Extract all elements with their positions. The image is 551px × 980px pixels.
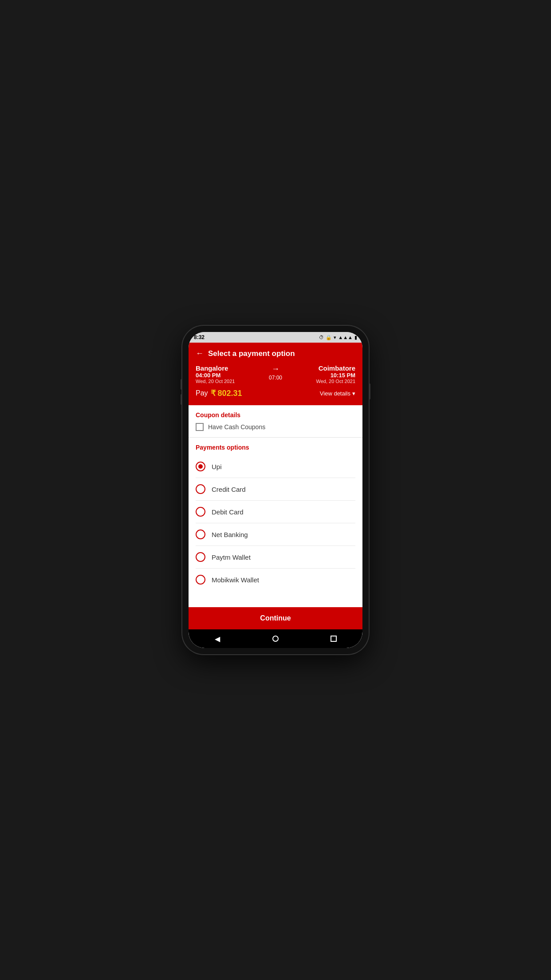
- payment-label-upi: Upi: [212, 463, 222, 470]
- back-button[interactable]: ←: [196, 349, 204, 358]
- page-title: Select a payment option: [208, 349, 295, 358]
- wifi-icon: ▾: [334, 335, 336, 340]
- from-date: Wed, 20 Oct 2021: [196, 379, 235, 384]
- pay-row: Pay ₹ 802.31 View details ▾: [196, 388, 355, 398]
- radio-credit-card: [196, 484, 205, 494]
- payment-section-title: Payments options: [196, 444, 355, 451]
- route-arrow-icon: →: [272, 364, 279, 374]
- coupon-checkbox-row[interactable]: Have Cash Coupons: [196, 423, 355, 431]
- nav-home-icon: [272, 636, 279, 642]
- to-time: 10:15 PM: [331, 372, 355, 379]
- payment-label-debit-card: Debit Card: [212, 508, 244, 516]
- payment-label-net-banking: Net Banking: [212, 531, 248, 538]
- nav-back-icon: ◀: [215, 635, 220, 643]
- navigation-bar: ◀: [189, 629, 362, 648]
- view-details-button[interactable]: View details ▾: [320, 390, 355, 397]
- nav-home-button[interactable]: [271, 634, 280, 644]
- arrival-info: Coimbatore 10:15 PM Wed, 20 Oct 2021: [316, 364, 355, 384]
- app-header: ← Select a payment option Bangalore 04:0…: [189, 343, 362, 405]
- route-middle: → 07:00: [269, 364, 282, 381]
- payment-label-credit-card: Credit Card: [212, 486, 246, 493]
- pay-label: Pay: [196, 389, 208, 397]
- payment-label-paytm-wallet: Paytm Wallet: [212, 553, 251, 561]
- phone-screen: 8:32 ⏱ 🔒 ▾ ▲▲▲ ▮ ← Select a payment opti…: [189, 332, 362, 648]
- content-area: Coupon details Have Cash Coupons Payment…: [189, 405, 362, 607]
- cash-coupon-checkbox[interactable]: [196, 423, 204, 431]
- payment-option-paytm-wallet[interactable]: Paytm Wallet: [196, 546, 355, 569]
- signal-icon: ▲▲▲: [338, 335, 353, 340]
- from-city: Bangalore: [196, 364, 235, 372]
- status-time: 8:32: [194, 334, 205, 340]
- cash-coupon-label: Have Cash Coupons: [208, 423, 265, 431]
- payment-option-mobikwik-wallet[interactable]: Mobikwik Wallet: [196, 569, 355, 591]
- departure-info: Bangalore 04:00 PM Wed, 20 Oct 2021: [196, 364, 235, 384]
- continue-button[interactable]: Continue: [189, 607, 362, 629]
- radio-paytm-wallet: [196, 552, 205, 562]
- world-icon: ⏱: [319, 335, 324, 340]
- nav-recent-icon: [331, 636, 337, 642]
- radio-net-banking: [196, 530, 205, 539]
- nav-recent-button[interactable]: [329, 634, 338, 644]
- to-city: Coimbatore: [319, 364, 355, 372]
- phone-frame: 8:32 ⏱ 🔒 ▾ ▲▲▲ ▮ ← Select a payment opti…: [182, 326, 369, 654]
- route-info: Bangalore 04:00 PM Wed, 20 Oct 2021 → 07…: [196, 364, 355, 384]
- radio-mobikwik-wallet: [196, 575, 205, 585]
- pay-amount: ₹ 802.31: [211, 388, 242, 398]
- radio-upi: [196, 462, 205, 471]
- radio-upi-selected: [198, 464, 203, 469]
- battery-icon: ▮: [354, 335, 357, 340]
- from-time: 04:00 PM: [196, 372, 235, 379]
- view-details-label: View details: [320, 390, 350, 397]
- route-duration: 07:00: [269, 375, 282, 381]
- nav-back-button[interactable]: ◀: [213, 634, 222, 644]
- chevron-down-icon: ▾: [352, 390, 355, 397]
- status-bar: 8:32 ⏱ 🔒 ▾ ▲▲▲ ▮: [189, 332, 362, 343]
- to-date: Wed, 20 Oct 2021: [316, 379, 355, 384]
- payment-section: Payments options Upi Credit Card: [189, 438, 362, 591]
- payment-option-net-banking[interactable]: Net Banking: [196, 523, 355, 546]
- status-icons: ⏱ 🔒 ▾ ▲▲▲ ▮: [319, 335, 357, 340]
- payment-option-upi[interactable]: Upi: [196, 455, 355, 478]
- radio-debit-card: [196, 507, 205, 517]
- coupon-section-title: Coupon details: [196, 411, 355, 419]
- payment-option-credit-card[interactable]: Credit Card: [196, 478, 355, 501]
- payment-option-debit-card[interactable]: Debit Card: [196, 501, 355, 523]
- lock-icon: 🔒: [326, 335, 332, 340]
- coupon-section: Coupon details Have Cash Coupons: [189, 405, 362, 438]
- payment-label-mobikwik-wallet: Mobikwik Wallet: [212, 576, 259, 584]
